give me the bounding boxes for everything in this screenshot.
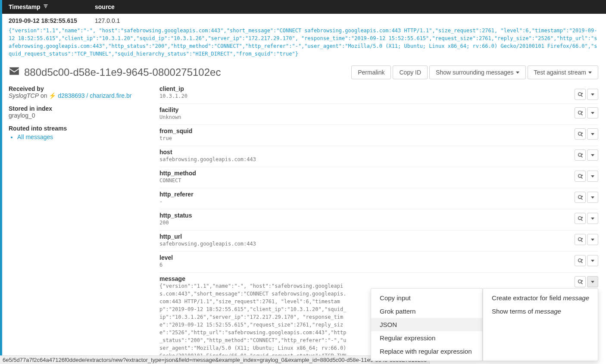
column-header-source[interactable]: source: [95, 3, 600, 10]
search-zoom-icon[interactable]: [575, 89, 586, 100]
stream-item: All messages: [17, 134, 147, 140]
timestamp-header-label: Timestamp: [9, 3, 41, 10]
row-timestamp: 2019-09-12 18:52:55.615: [9, 17, 95, 24]
column-header-timestamp[interactable]: Timestamp: [9, 3, 95, 10]
received-by-label: Received by: [9, 85, 147, 92]
received-by-input: SyslogTCP: [9, 92, 39, 99]
dropdown-item[interactable]: Replace with regular expression: [371, 345, 482, 358]
svg-line-21: [581, 198, 582, 199]
field-dropdown-toggle[interactable]: [587, 149, 598, 161]
field-dropdown-toggle[interactable]: [587, 234, 598, 245]
field-actions: [575, 255, 598, 266]
search-zoom-icon[interactable]: [575, 107, 586, 118]
dropdown-item[interactable]: JSON: [371, 318, 482, 331]
field-row-from_squid: from_squidtrue: [159, 124, 598, 146]
copy-id-label: Copy ID: [399, 69, 421, 76]
selected-row-accent: [0, 0, 2, 364]
field-actions: [575, 128, 598, 140]
field-actions: [575, 276, 598, 287]
search-zoom-icon[interactable]: [575, 149, 586, 161]
field-name: host: [159, 149, 598, 156]
message-row[interactable]: 2019-09-12 18:52:55.615 127.0.0.1: [0, 14, 606, 27]
stored-in-index-block: Stored in index graylog_0: [9, 105, 147, 119]
field-name: http_referer: [159, 191, 598, 198]
test-against-label: Test against stream: [534, 69, 586, 76]
field-name: http_status: [159, 212, 598, 219]
search-zoom-icon[interactable]: [575, 234, 586, 245]
field-dropdown-toggle[interactable]: [587, 128, 598, 140]
source-header-label: source: [95, 3, 115, 10]
field-actions: [575, 149, 598, 161]
field-actions: [575, 89, 598, 100]
field-row-http_url: http_urlsafebrowsing.googleapis.com:443: [159, 230, 598, 251]
field-row-http_method: http_methodCONNECT: [159, 167, 598, 188]
field-dropdown-toggle[interactable]: [587, 213, 598, 224]
copy-id-button[interactable]: Copy ID: [393, 65, 428, 79]
svg-point-16: [578, 174, 581, 177]
message-actions: Permalink Copy ID Show surrounding messa…: [351, 65, 598, 79]
field-row-client_ip: client_ip10.3.1.20: [159, 85, 598, 103]
search-zoom-icon[interactable]: [575, 171, 586, 182]
field-name: facility: [159, 106, 598, 113]
row-source: 127.0.0.1: [95, 17, 600, 24]
field-name: from_squid: [159, 128, 598, 134]
field-actions: [575, 171, 598, 182]
svg-line-5: [581, 114, 582, 115]
field-dropdown-main: Create extractor for field messageShow t…: [483, 288, 598, 361]
field-dropdown-toggle[interactable]: [587, 276, 598, 287]
node-status-icon: ⚡: [49, 92, 56, 99]
routed-into-streams-label: Routed into streams: [9, 125, 147, 132]
field-dropdown-toggle[interactable]: [587, 89, 598, 100]
field-value: true: [159, 134, 565, 142]
svg-point-32: [578, 258, 581, 261]
show-surrounding-button[interactable]: Show surrounding messages: [429, 65, 526, 79]
dropdown-item[interactable]: Grok pattern: [371, 305, 482, 318]
field-dropdown-toggle[interactable]: [587, 192, 598, 203]
field-name: level: [159, 254, 598, 261]
svg-line-29: [581, 240, 582, 242]
show-terms-item[interactable]: Show terms of message: [483, 305, 598, 318]
search-zoom-icon[interactable]: [575, 192, 586, 203]
field-dropdown-menu: Copy inputGrok patternJSONRegular expres…: [371, 288, 598, 361]
svg-line-25: [581, 219, 582, 221]
search-zoom-icon[interactable]: [575, 276, 586, 287]
field-dropdown-toggle[interactable]: [587, 107, 598, 118]
routed-into-streams-block: Routed into streams All messages: [9, 125, 147, 140]
received-by-value: SyslogTCP on ⚡ d2838693 / charizard.fire…: [9, 92, 147, 99]
search-zoom-icon[interactable]: [575, 255, 586, 266]
svg-line-37: [581, 283, 582, 284]
field-dropdown-toggle[interactable]: [587, 255, 598, 266]
field-actions: [575, 234, 598, 245]
message-detail-body: Received by SyslogTCP on ⚡ d2838693 / ch…: [0, 85, 606, 364]
field-name: client_ip: [159, 85, 598, 92]
svg-line-17: [581, 177, 582, 178]
field-dropdown-toggle[interactable]: [587, 171, 598, 182]
dropdown-item[interactable]: Regular expression: [371, 331, 482, 345]
received-by-node-link[interactable]: d2838693 / charizard.fire.br: [58, 92, 131, 99]
envelope-icon: [9, 65, 20, 79]
permalink-button[interactable]: Permalink: [351, 65, 391, 79]
field-value: CONNECT: [159, 177, 565, 184]
row-json-preview: {"version":"1.1","name":"-", "host":"saf…: [0, 27, 606, 60]
field-actions: [575, 192, 598, 203]
search-zoom-icon[interactable]: [575, 213, 586, 224]
test-against-stream-button[interactable]: Test against stream: [528, 65, 598, 79]
caret-down-icon: [588, 72, 592, 74]
create-extractor-item[interactable]: Create extractor for field message: [483, 291, 598, 305]
field-value: {"version":"1.1","name":"-", "host":"saf…: [159, 282, 349, 364]
browser-status-url: 6e5/5d77a7f2c64a47126f0ddede/extractors/…: [0, 355, 430, 364]
svg-point-8: [578, 132, 581, 135]
field-value: -: [159, 198, 565, 205]
field-name: http_method: [159, 170, 598, 177]
search-zoom-icon[interactable]: [575, 128, 586, 140]
field-name: message: [159, 275, 598, 282]
message-detail-title: 880d5c00-d58e-11e9-9645-0800275102ec: [9, 65, 221, 79]
field-row-host: hostsafebrowsing.googleapis.com:443: [159, 146, 598, 167]
svg-line-13: [581, 156, 582, 157]
svg-point-20: [578, 195, 581, 198]
message-meta-column: Received by SyslogTCP on ⚡ d2838693 / ch…: [9, 85, 147, 364]
field-value: Unknown: [159, 113, 565, 121]
svg-line-9: [581, 135, 582, 136]
stream-link[interactable]: All messages: [17, 134, 53, 140]
dropdown-item[interactable]: Copy input: [371, 291, 482, 305]
